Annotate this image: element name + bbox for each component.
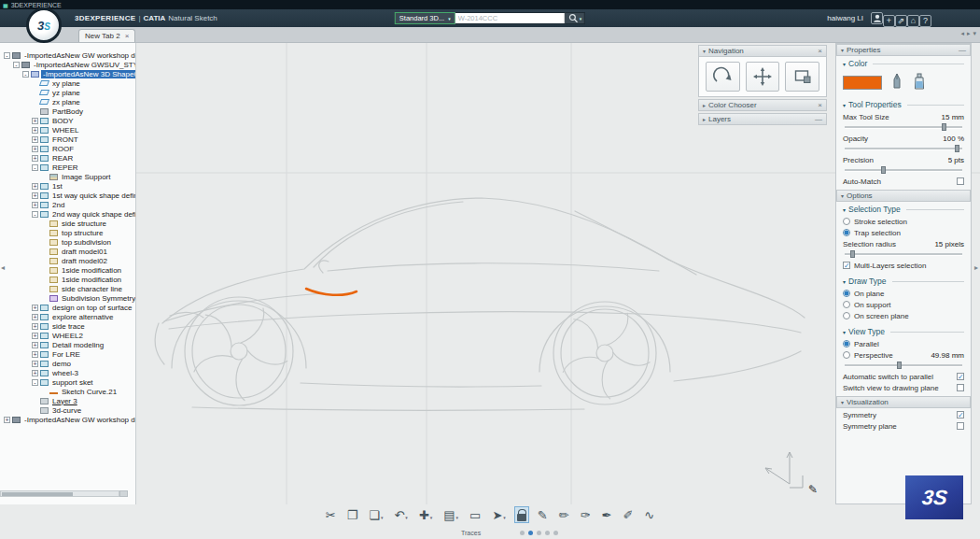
tree-item[interactable]: +demo xyxy=(2,359,135,368)
collapse-icon[interactable]: - xyxy=(13,62,20,68)
fill-style-button[interactable]: ▤▾ xyxy=(441,506,461,523)
pan-button[interactable] xyxy=(746,62,780,92)
tree-item[interactable]: +ROOF xyxy=(2,144,135,153)
tab-scroll-right-icon[interactable]: ▸ xyxy=(967,30,971,37)
page-dot[interactable] xyxy=(545,531,550,535)
tree-item[interactable]: draft model02 xyxy=(2,256,135,265)
tree-item[interactable]: draft model01 xyxy=(2,247,135,256)
page-dot-active[interactable] xyxy=(528,531,533,535)
share-icon[interactable]: ⇗ xyxy=(895,15,907,27)
chevron-down-icon[interactable]: ▾ xyxy=(456,515,459,520)
color-section-header[interactable]: ▾ Color xyxy=(843,57,964,70)
page-dot[interactable] xyxy=(520,531,525,535)
slider-track[interactable] xyxy=(845,165,962,174)
tree-item[interactable]: xy plane xyxy=(2,78,135,88)
radio-unchecked-icon[interactable] xyxy=(843,301,850,308)
radio-option[interactable]: Trap selection xyxy=(843,227,964,238)
tree-item[interactable]: -support sket xyxy=(2,377,135,387)
tree-item[interactable]: Sketch Curve.21 xyxy=(2,387,135,396)
expand-icon[interactable]: + xyxy=(32,333,38,339)
lock-plane-button[interactable] xyxy=(514,506,529,523)
tree-item[interactable]: zx plane xyxy=(2,97,135,106)
tree-item[interactable]: +-ImportedAsNew GW workshop der xyxy=(2,415,135,424)
chevron-down-icon[interactable]: ▾ xyxy=(381,515,384,520)
slider-track[interactable] xyxy=(845,361,962,369)
help-icon[interactable]: ? xyxy=(919,15,931,27)
radio-unchecked-icon[interactable] xyxy=(843,351,850,359)
tree-item[interactable]: +WHEEL xyxy=(2,125,135,135)
tree-item[interactable]: +side trace xyxy=(2,321,135,331)
minimize-icon[interactable]: — xyxy=(959,46,966,54)
slider-track[interactable] xyxy=(845,122,962,131)
checkbox-option[interactable]: Symmetry✓ xyxy=(843,409,964,420)
options-header[interactable]: ▾ Options xyxy=(836,190,971,202)
collapse-icon[interactable]: - xyxy=(32,379,38,386)
collapse-icon[interactable]: - xyxy=(32,164,38,171)
marker-button[interactable]: ▭ xyxy=(467,506,483,523)
draw-type-header[interactable]: ▾ Draw Type xyxy=(843,275,964,288)
scrollbar-corner[interactable] xyxy=(119,490,128,497)
expand-icon[interactable]: + xyxy=(32,323,38,330)
undo-button[interactable]: ↶▾ xyxy=(391,506,410,523)
search-scope-dropdown[interactable]: Standard 3D... ▾ xyxy=(395,12,455,24)
tree-item[interactable]: top structure xyxy=(2,228,135,237)
tree-item[interactable]: PartBody xyxy=(2,106,135,116)
pen-red-button[interactable]: ✎ xyxy=(535,506,551,523)
radio-unchecked-icon[interactable] xyxy=(843,218,850,225)
radio-option[interactable]: On support xyxy=(843,299,964,310)
pen-white-nib-button[interactable]: ✑ xyxy=(578,506,594,523)
expand-icon[interactable]: + xyxy=(32,305,38,311)
expand-icon[interactable]: + xyxy=(32,127,38,134)
checkbox-checked-icon[interactable]: ✓ xyxy=(843,262,850,269)
tree-item[interactable]: --ImportedAsNew 3D Shape00016 xyxy=(2,69,135,78)
tab-scroll-left-icon[interactable]: ◂ xyxy=(960,30,964,37)
expand-icon[interactable]: + xyxy=(32,183,38,190)
tree-item[interactable]: +explore alternative xyxy=(2,312,135,321)
expand-icon[interactable]: + xyxy=(32,342,38,348)
expand-icon[interactable]: + xyxy=(32,118,38,124)
radio-checked-icon[interactable] xyxy=(843,229,850,236)
radio-option[interactable]: On plane xyxy=(843,288,964,299)
tree-item[interactable]: Image Support xyxy=(2,172,135,181)
radio-option[interactable]: On screen plane xyxy=(843,310,964,321)
chevron-down-icon[interactable]: ▾ xyxy=(503,515,506,520)
slider-track[interactable] xyxy=(845,249,962,258)
layers-header[interactable]: ▸ Layers — xyxy=(698,113,827,125)
expand-icon[interactable]: + xyxy=(32,155,38,162)
checkbox-checked-icon[interactable]: ✓ xyxy=(957,411,964,418)
expand-icon[interactable]: + xyxy=(32,146,38,152)
3dexperience-compass-logo[interactable]: 3S xyxy=(26,7,62,43)
checkbox-unchecked-icon[interactable] xyxy=(957,177,964,185)
brush-stroke-button[interactable]: ∿ xyxy=(641,506,657,523)
color-chooser-header[interactable]: ▸ Color Chooser × xyxy=(698,99,827,111)
tab-close-icon[interactable]: × xyxy=(125,32,130,40)
home-icon[interactable]: ⌂ xyxy=(907,15,919,27)
checkbox-checked-icon[interactable]: ✓ xyxy=(957,373,964,380)
ink-pen-button[interactable]: ✐ xyxy=(620,506,636,523)
expand-icon[interactable]: + xyxy=(32,370,38,376)
tree-item[interactable]: Subdivision Symmetry.21 xyxy=(2,293,135,303)
slider-thumb[interactable] xyxy=(942,123,946,131)
radio-option[interactable]: Parallel xyxy=(843,338,964,349)
tool-properties-header[interactable]: ▾ Tool Properties xyxy=(843,98,964,111)
radio-option[interactable]: Stroke selection xyxy=(843,216,964,227)
reframe-button[interactable] xyxy=(785,62,819,92)
paste-button[interactable]: ❏▾ xyxy=(366,506,385,523)
tree-item[interactable]: +FRONT xyxy=(2,135,135,144)
checkbox-option[interactable]: Symmetry plane xyxy=(843,420,964,432)
selection-type-header[interactable]: ▾ Selection Type xyxy=(843,203,964,216)
tree-item[interactable]: +2nd xyxy=(2,200,135,209)
tree-item[interactable]: Layer 3 xyxy=(2,396,135,405)
visualization-header[interactable]: ▾ Visualization xyxy=(836,396,971,408)
tree-item[interactable]: 1side modification xyxy=(2,275,135,284)
tree-item[interactable]: yz plane xyxy=(2,88,135,97)
page-dot[interactable] xyxy=(537,531,541,535)
checkbox-option[interactable]: Switch view to drawing plane xyxy=(843,382,964,393)
rotate-button[interactable] xyxy=(706,62,740,92)
radio-option[interactable]: Perspective49.98 mm xyxy=(843,349,964,361)
expand-icon[interactable]: + xyxy=(4,417,10,423)
slider-thumb[interactable] xyxy=(850,250,855,258)
tree-item[interactable]: +For LRE xyxy=(2,349,135,359)
tree-item[interactable]: +design on top of surface xyxy=(2,303,135,312)
slider-thumb[interactable] xyxy=(881,166,886,174)
